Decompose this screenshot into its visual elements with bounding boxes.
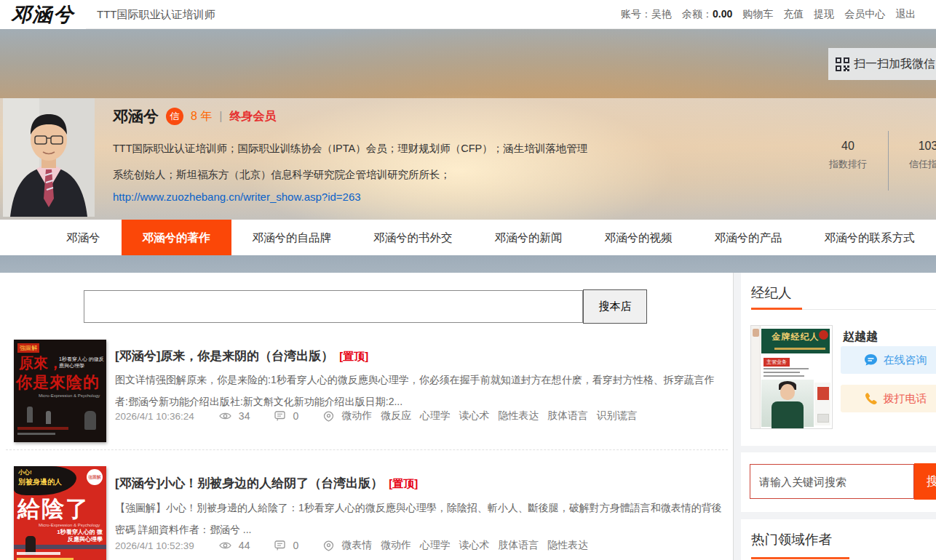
comments-icon (274, 540, 285, 551)
article-tag[interactable]: 心理学 (420, 409, 451, 421)
main-nav: 邓涵兮 邓涵兮的著作 邓涵兮的自品牌 邓涵兮的书外交 邓涵兮的新闻 邓涵兮的视频… (0, 220, 936, 255)
tab-home[interactable]: 邓涵兮 (45, 220, 122, 255)
article-tag[interactable]: 读心术 (459, 409, 490, 421)
tab-book-diplomacy[interactable]: 邓涵兮的书外交 (352, 220, 474, 255)
book-cover-2[interactable]: 小心! 別被身邊的人 強圖解 給陰了 Micro-Expression & Ps… (14, 466, 106, 560)
article-tag[interactable]: 微动作 (381, 539, 411, 551)
cover1-figure (27, 407, 33, 423)
menu-logout[interactable]: 退出 (895, 8, 916, 21)
cover2-english: Micro-Expression & Psychology (39, 523, 100, 527)
keyword-search-input[interactable] (750, 464, 914, 499)
article-date: 2026/4/1 10:36:24 (115, 411, 194, 422)
profile-name: 邓涵兮 (113, 106, 159, 127)
poster-decor (764, 372, 800, 373)
main-content: 搜本店 強圖解 原來， 1秒看穿人心 的微反應與心理學 你是來陰的 Micro-… (0, 273, 734, 560)
tag-icon (323, 411, 334, 422)
pinned-badge: [置顶] (339, 350, 368, 362)
poster-mini-photo (753, 329, 759, 337)
page: 邓涵兮 TTT国际职业认证培训师 账号：吴艳 余额：0.00 购物车 充值 提现… (0, 0, 936, 560)
article-tag[interactable]: 隐性表达 (498, 409, 539, 421)
article-tag[interactable]: 隐性表达 (547, 539, 588, 551)
cover2-title: 給陰了 (17, 494, 90, 524)
tab-products[interactable]: 邓涵兮的产品 (694, 220, 804, 255)
poster-decor (817, 414, 829, 423)
online-consult-button[interactable]: 在线咨询 (841, 346, 936, 374)
agent-name: 赵越越 (843, 329, 878, 345)
cover1-title2: 你是來陰的 (16, 372, 100, 393)
poster-sidebar (751, 326, 761, 428)
article-tag[interactable]: 微动作 (341, 409, 372, 421)
phone-icon (864, 392, 878, 406)
agent-section-title: 经纪人 (751, 284, 792, 302)
poster-decor (780, 384, 795, 400)
shop-search-input[interactable] (84, 290, 583, 323)
qr-scan-button[interactable]: 扫一扫加我微信 (828, 48, 936, 80)
cover1-english: Micro-Expression & Psychology (39, 393, 100, 398)
section-accent (751, 308, 802, 310)
qr-code-icon (836, 57, 849, 71)
article-tag[interactable]: 识别谎言 (597, 409, 638, 421)
cover1-subtitle: 1秒看穿人心 的微反應與心理學 (59, 356, 104, 369)
cover2-decor (17, 552, 60, 555)
stat-index-rank: 40 指数排行 (822, 140, 873, 171)
shop-search-button[interactable]: 搜本店 (583, 289, 647, 324)
hot-authors-card: 热门领域作者 (741, 519, 936, 560)
section-accent (751, 557, 849, 559)
profile-photo-image (3, 98, 95, 217)
tab-videos[interactable]: 邓涵兮的视频 (584, 220, 694, 255)
balance-info: 余额：0.00 (682, 8, 732, 21)
tab-contact[interactable]: 邓涵兮的联系方式 (804, 220, 936, 255)
poster-decor (772, 401, 804, 429)
member-years: 8 年 (191, 109, 212, 124)
cover1-title1: 原來， (19, 353, 63, 373)
comments-icon (274, 411, 285, 421)
views-icon (219, 541, 231, 550)
profile-url-link[interactable]: http://www.zuozhebang.cn/writer_show.asp… (113, 191, 361, 203)
tab-brand[interactable]: 邓涵兮的自品牌 (231, 220, 353, 255)
qr-scan-label: 扫一扫加我微信 (854, 57, 935, 72)
chat-bubble-icon (864, 353, 878, 367)
list-divider (6, 449, 728, 450)
profile-bio-line2: 系统创始人；斯坦福东方（北京）信息科学研究院企管培训研究所所长； (113, 168, 651, 182)
article-tag[interactable]: 微反应 (381, 409, 411, 421)
poster-banner: 金牌经纪人 (761, 329, 830, 353)
cover2-badge: 強圖解 (87, 469, 103, 485)
pinned-badge: [置顶] (389, 477, 418, 489)
agent-card: 经纪人 金牌经纪人 主管业务 赵越越 (741, 273, 936, 446)
cover2-subtitle: 1秒看穿人心的 微反應與心理學 (52, 529, 103, 543)
poster-decor (764, 375, 804, 377)
poster-tag: 主管业务 (764, 358, 790, 367)
views-count: 34 (239, 410, 250, 422)
site-search-button[interactable]: 搜全站 (914, 463, 936, 500)
article-tag[interactable]: 肢体语言 (498, 539, 539, 551)
call-phone-label: 拨打电话 (884, 392, 927, 406)
article-tag[interactable]: 肢体语言 (547, 409, 588, 421)
site-title: TTT国际职业认证培训师 (97, 0, 215, 29)
menu-withdraw[interactable]: 提现 (814, 8, 834, 21)
cover2-splash-text2: 別被身邊的人 (18, 477, 62, 487)
book-cover-1[interactable]: 強圖解 原來， 1秒看穿人心 的微反應與心理學 你是來陰的 Micro-Expr… (14, 340, 106, 442)
agent-poster[interactable]: 金牌经纪人 主管业务 (750, 325, 833, 429)
membership-level: 终身会员 (230, 109, 277, 124)
article-tag[interactable]: 微表情 (341, 539, 372, 551)
cover1-figure (84, 411, 96, 430)
tab-works[interactable]: 邓涵兮的著作 (122, 220, 231, 255)
menu-member-center[interactable]: 会员中心 (844, 8, 885, 21)
site-logo[interactable]: 邓涵兮 (0, 0, 86, 29)
poster-seal (819, 330, 828, 340)
article-title-1[interactable]: [邓涵兮]原来，你是来阴的（台湾出版）[置顶] (115, 348, 368, 364)
call-phone-button[interactable]: 拨打电话 (841, 385, 936, 412)
hot-authors-title: 热门领域作者 (751, 530, 832, 548)
article-tag[interactable]: 心理学 (420, 539, 451, 551)
comments-count: 0 (293, 540, 298, 551)
article-title-2[interactable]: [邓涵兮]小心！别被身边的人给阴了（台湾出版）[置顶] (115, 475, 418, 492)
topbar: 邓涵兮 TTT国际职业认证培训师 账号：吴艳 余额：0.00 购物车 充值 提现… (0, 0, 936, 29)
menu-cart[interactable]: 购物车 (742, 8, 773, 21)
article-tag[interactable]: 读心术 (459, 539, 490, 551)
menu-recharge[interactable]: 充值 (783, 8, 804, 21)
views-icon (219, 412, 231, 420)
article-excerpt-2: 【強圖解】小心！別被身邊的人給陰了：1秒看穿人心的微反應與心理學，除陰招、斬小人… (115, 497, 725, 540)
agent-photo (761, 380, 814, 427)
tab-news[interactable]: 邓涵兮的新闻 (474, 220, 584, 255)
profile-photo (3, 98, 95, 217)
